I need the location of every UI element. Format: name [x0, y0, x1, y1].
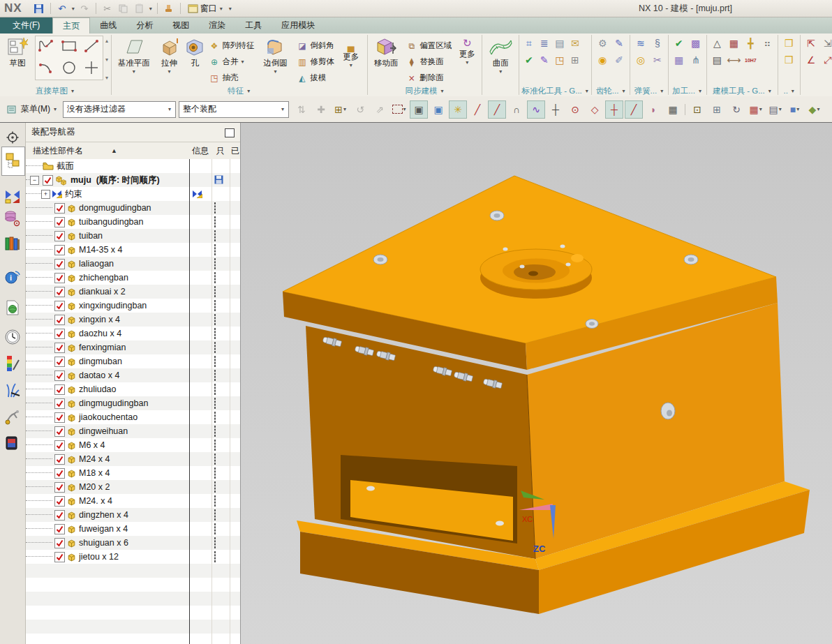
ribbon-tab[interactable]: 分析 [126, 17, 163, 33]
standard-parts-icon[interactable]: ❒ [783, 38, 795, 49]
ribbon-tab[interactable]: 渲染 [199, 17, 235, 33]
ribbon-tab[interactable]: 主页 [52, 17, 90, 33]
snap-spline-icon[interactable]: ∿ [527, 100, 545, 119]
window-layout-icon[interactable]: ▦▾ [747, 100, 765, 119]
tree-row-part[interactable]: xingxin x 4 [26, 313, 240, 327]
visibility-checkbox[interactable] [54, 524, 65, 534]
shaded-view-icon[interactable]: ■▾ [786, 100, 804, 119]
snap-curve-icon[interactable]: ∩ [507, 100, 526, 119]
tree-row-part[interactable]: dongmugudingban [26, 201, 240, 215]
readonly-checkbox[interactable] [214, 356, 216, 367]
ribbon-tab[interactable]: 文件(F) [0, 17, 52, 33]
readonly-checkbox[interactable] [214, 495, 216, 507]
selection-rectangle-icon[interactable]: ▾ [390, 100, 408, 119]
visibility-checkbox[interactable] [54, 552, 65, 562]
clip-section-icon[interactable]: ◆▾ [805, 100, 824, 119]
keypad-tool-icon[interactable]: ⊞ [569, 55, 581, 66]
hole-button[interactable]: 孔 [184, 35, 205, 68]
readonly-checkbox[interactable] [214, 314, 216, 325]
note-list-icon[interactable]: ▤ [711, 55, 723, 66]
visibility-checkbox[interactable] [54, 259, 65, 269]
tree-row-part[interactable]: zhuliudao [26, 382, 240, 396]
mold-model-canvas[interactable]: XC ZC [241, 123, 832, 644]
gear-icon[interactable] [2, 127, 23, 148]
measure-brush-icon[interactable]: ⟷ [728, 55, 740, 66]
tree-row-part[interactable]: jiaokouchentao [26, 410, 240, 424]
sketch-button[interactable]: 草图 [1, 35, 34, 68]
tree-row-part[interactable]: fuweigan x 4 [26, 522, 240, 536]
tree-row-part[interactable]: M24 x 4 [26, 452, 240, 466]
arc-icon[interactable] [38, 59, 56, 78]
offset-region-button[interactable]: ⧉ 偏置区域 [404, 38, 453, 54]
readonly-checkbox[interactable] [214, 412, 216, 423]
visibility-checkbox[interactable] [54, 245, 65, 255]
chamfer-button[interactable]: ◪ 倒斜角 [295, 38, 336, 54]
readonly-checkbox[interactable] [214, 454, 216, 465]
surface-caret-icon[interactable]: ▾ [499, 68, 502, 75]
delete-face-button[interactable]: ⨯ 删除面 [404, 70, 453, 86]
tree-row-part[interactable]: M18 x 4 [26, 466, 240, 480]
tree-row-sections[interactable]: 截面 [26, 159, 240, 173]
fit-tolerance-icon[interactable]: 10H7 [745, 55, 757, 66]
quadrant-point-icon[interactable]: ◇ [586, 100, 604, 119]
triangle-tool-icon[interactable]: △ [711, 38, 723, 49]
approve-tool-icon[interactable]: ✔ [523, 55, 535, 66]
gear-ring-icon[interactable]: ◉ [597, 55, 609, 66]
format-painter-icon[interactable] [162, 2, 176, 15]
tree-row-part[interactable]: diankuai x 2 [26, 285, 240, 299]
tree-row-part[interactable]: M24. x 4 [26, 494, 240, 508]
edge-blend-caret-icon[interactable]: ▾ [274, 68, 276, 75]
fit-view-icon[interactable]: ⊡ [688, 100, 706, 119]
gear-brush-icon[interactable]: ✐ [614, 55, 625, 66]
visibility-checkbox[interactable] [54, 468, 65, 479]
draft-button[interactable]: ◭ 拔模 [295, 70, 336, 86]
column-info[interactable]: 信息 [189, 145, 211, 157]
feature-more-button[interactable]: ▄ 更多 ▾ [337, 39, 365, 68]
visibility-checkbox[interactable] [54, 315, 65, 325]
readonly-checkbox[interactable] [214, 440, 216, 451]
visibility-checkbox[interactable] [54, 343, 65, 353]
redo-icon[interactable]: ↷ [77, 2, 91, 15]
readonly-checkbox[interactable] [214, 467, 216, 479]
tree-row-part[interactable]: M14-35 x 4 [26, 243, 240, 257]
standard-parts2-icon[interactable]: ❒ [783, 55, 795, 66]
undo-icon[interactable]: ↶ [55, 2, 69, 15]
remember-constraints-icon[interactable]: ⇅ [292, 100, 311, 119]
readonly-checkbox[interactable] [214, 481, 216, 493]
snap-intersection-icon[interactable]: ┼ [547, 100, 565, 119]
unite-button[interactable]: ⊕ 合并 ▾ [207, 54, 255, 70]
arc-center-icon[interactable]: ⊙ [566, 100, 584, 119]
spring-helix-icon[interactable]: § [651, 38, 663, 49]
paste-dropdown-caret-icon[interactable]: ▾ [149, 6, 152, 12]
grid-table-icon[interactable]: ▦ [728, 38, 740, 49]
point-dialog-icon[interactable]: ⊞▾ [332, 100, 350, 119]
readonly-checkbox[interactable] [214, 216, 216, 227]
spring-coil-icon[interactable]: ≋ [634, 38, 646, 49]
layer-stack-icon[interactable]: ≣ [538, 38, 550, 49]
visibility-checkbox[interactable] [54, 231, 65, 241]
paste-icon[interactable] [133, 2, 147, 15]
mill-fan-icon[interactable]: ⋔ [690, 55, 701, 66]
cut-icon[interactable]: ✂ [101, 2, 114, 15]
feature-more-caret-icon[interactable]: ▾ [350, 62, 352, 68]
tree-row-part[interactable]: fenxingmian [26, 340, 240, 354]
circle-icon[interactable] [60, 59, 78, 78]
point-grid-icon[interactable]: ╋ [745, 38, 757, 49]
datum-plane-button[interactable]: 基准平面 ▾ [114, 35, 154, 75]
tree-row-part[interactable]: dingmuban [26, 354, 240, 368]
column-readonly[interactable]: 只 [211, 145, 230, 157]
sync-more-caret-icon[interactable]: ▾ [466, 59, 468, 66]
tree-row-part[interactable]: tuibangudingban [26, 215, 240, 229]
tree-row-part[interactable]: M6 x 4 [26, 438, 240, 452]
touch-mode-icon[interactable] [2, 433, 23, 454]
visibility-checkbox[interactable] [54, 398, 65, 409]
undo-dropdown-caret-icon[interactable]: ▾ [72, 6, 75, 12]
snap-endpoint-icon[interactable]: ╱ [625, 100, 643, 119]
window-menu-button[interactable]: 窗口 ▾ [185, 2, 226, 15]
visibility-checkbox[interactable] [54, 273, 65, 283]
cabinet-tool-icon[interactable]: ▤ [554, 38, 565, 49]
stamp-tool-icon[interactable]: ✉ [569, 38, 581, 49]
workpiece-icon[interactable]: ▩ [690, 38, 701, 49]
spring-tool-icon[interactable]: ✂ [651, 55, 663, 66]
zoom-window-icon[interactable]: ⊞ [708, 100, 726, 119]
